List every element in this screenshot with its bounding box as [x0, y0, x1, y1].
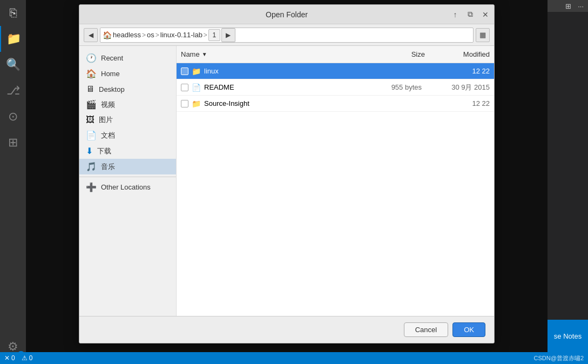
dialog-overlay: Open Folder ↑ ⧉ ✕ ◀ 🏠 headless > os > li…	[26, 0, 548, 352]
sidebar-label-documents: 文档	[101, 131, 115, 140]
dialog-close-button[interactable]: ✕	[479, 8, 492, 21]
file-checkbox-readme[interactable]	[181, 84, 188, 91]
dialog-footer: Cancel OK	[79, 316, 494, 343]
dialog-filelist: Name ▼ Size Modified 📁 linux	[177, 46, 494, 316]
activity-icon-search[interactable]: 🔍	[0, 52, 26, 78]
breadcrumb-sep-1: >	[142, 31, 146, 39]
file-row-readme[interactable]: 📄 README 955 bytes 30 9月 2015	[177, 79, 494, 96]
file-name-linux: linux	[204, 67, 364, 75]
dialog-toolbar: ◀ 🏠 headless > os > linux-0.11-lab > 1 ▶…	[79, 24, 494, 46]
filelist-header: Name ▼ Size Modified	[177, 46, 494, 63]
file-icon-readme: 📄	[192, 83, 201, 92]
sidebar-item-desktop[interactable]: 🖥 Desktop	[79, 82, 176, 97]
sidebar-label-downloads: 下载	[97, 146, 111, 156]
modified-header-label: Modified	[463, 50, 490, 58]
activity-icon-extensions[interactable]: ⊞	[0, 130, 26, 156]
right-panel: ⊞ ··· se Notes	[548, 0, 588, 364]
sidebar-item-other-locations[interactable]: ➕ Other Locations	[79, 179, 176, 195]
error-icon: ✕	[4, 354, 10, 362]
other-locations-icon: ➕	[86, 182, 97, 192]
dialog-sidebar: 🕐 Recent 🏠 Home 🖥 Desktop 🎬 视频 🖼	[79, 46, 177, 316]
sidebar-divider	[79, 177, 176, 177]
breadcrumb-linux-lab[interactable]: linux-0.11-lab	[160, 31, 202, 39]
sidebar-item-videos[interactable]: 🎬 视频	[79, 97, 176, 112]
breadcrumb-os[interactable]: os	[147, 31, 154, 39]
file-checkbox-source-insight[interactable]	[181, 100, 188, 107]
dialog-controls: ↑ ⧉ ✕	[449, 8, 492, 21]
folder-icon-source-insight: 📁	[192, 99, 201, 108]
warning-icon: ⚠	[22, 354, 28, 362]
file-size-readme: 955 bytes	[368, 83, 422, 91]
activity-icon-files[interactable]: ⎘	[0, 0, 26, 26]
desktop-icon: 🖥	[86, 84, 94, 94]
dialog-body: 🕐 Recent 🏠 Home 🖥 Desktop 🎬 视频 🖼	[79, 46, 494, 316]
file-name-readme: README	[204, 83, 364, 91]
dialog-up-button[interactable]: ↑	[449, 8, 462, 21]
size-header-label: Size	[411, 50, 425, 58]
documents-icon: 📄	[86, 130, 97, 140]
status-warnings[interactable]: ⚠ 0	[22, 354, 33, 362]
sidebar-item-music[interactable]: 🎵 音乐	[79, 159, 176, 174]
sidebar-label-desktop: Desktop	[99, 85, 125, 93]
sidebar-label-other-locations: Other Locations	[101, 183, 151, 191]
activity-icon-explorer[interactable]: 📁	[0, 26, 26, 52]
sidebar-label-recent: Recent	[101, 54, 123, 62]
file-name-source-insight: Source-Insight	[204, 99, 364, 107]
activity-bar: ⎘ 📁 🔍 ⎇ ⊙ ⊞ ⚙ 1	[0, 0, 26, 364]
status-bar: ✕ 0 ⚠ 0 CSDN@普渡赤嘯2	[0, 352, 588, 364]
sidebar-item-recent[interactable]: 🕐 Recent	[79, 50, 176, 66]
sidebar-label-videos: 视频	[101, 100, 115, 110]
nav-back-button[interactable]: ◀	[84, 28, 98, 42]
sidebar-item-home[interactable]: 🏠 Home	[79, 66, 176, 82]
music-icon: 🎵	[86, 161, 97, 172]
folder-icon-linux: 📁	[192, 67, 201, 76]
breadcrumb-area: 🏠 headless > os > linux-0.11-lab > 1 ▶	[100, 28, 474, 43]
sidebar-label-home: Home	[101, 70, 120, 78]
open-folder-dialog: Open Folder ↑ ⧉ ✕ ◀ 🏠 headless > os > li…	[79, 4, 495, 343]
dialog-titlebar: Open Folder ↑ ⧉ ✕	[79, 5, 494, 24]
right-panel-columns-icon[interactable]: ⊞	[563, 2, 573, 11]
recent-icon: 🕐	[86, 53, 97, 63]
dialog-view-toggle[interactable]: ▦	[476, 28, 490, 42]
csdn-watermark: CSDN@普渡赤嘯2	[534, 354, 584, 362]
sidebar-label-pictures: 图片	[99, 115, 113, 125]
dialog-title: Open Folder	[266, 10, 308, 19]
file-row-linux[interactable]: 📁 linux 12 22	[177, 63, 494, 79]
file-modified-linux: 12 22	[425, 67, 490, 75]
dialog-maximize-button[interactable]: ⧉	[464, 8, 477, 21]
sidebar-item-pictures[interactable]: 🖼 图片	[79, 112, 176, 127]
ok-button[interactable]: OK	[452, 322, 485, 337]
status-errors[interactable]: ✕ 0	[4, 354, 15, 362]
pictures-icon: 🖼	[86, 115, 94, 125]
col-name-header[interactable]: Name ▼	[181, 50, 371, 58]
breadcrumb-home-icon: 🏠	[103, 31, 112, 39]
warning-count: 0	[29, 354, 33, 362]
cancel-button[interactable]: Cancel	[404, 322, 448, 337]
breadcrumb-dropdown-btn[interactable]: ▶	[221, 28, 235, 42]
col-size-header[interactable]: Size	[371, 50, 425, 58]
right-panel-menu-icon[interactable]: ···	[576, 2, 586, 11]
file-modified-source-insight: 12 22	[425, 99, 490, 107]
name-header-label: Name	[181, 50, 200, 58]
activity-icon-debug[interactable]: ⊙	[0, 104, 26, 130]
sidebar-item-documents[interactable]: 📄 文档	[79, 127, 176, 143]
activity-icon-git[interactable]: ⎇	[0, 78, 26, 104]
home-icon: 🏠	[86, 69, 97, 79]
file-row-source-insight[interactable]: 📁 Source-Insight 12 22	[177, 96, 494, 112]
file-checkbox-linux[interactable]	[181, 68, 188, 75]
videos-icon: 🎬	[86, 99, 97, 110]
file-modified-readme: 30 9月 2015	[425, 83, 490, 92]
error-count: 0	[11, 354, 15, 362]
col-modified-header[interactable]: Modified	[425, 50, 490, 58]
sort-arrow-icon: ▼	[202, 51, 207, 57]
breadcrumb-sep-3: >	[204, 31, 207, 39]
right-panel-toolbar: ⊞ ···	[548, 0, 588, 12]
downloads-icon: ⬇	[86, 146, 93, 156]
sidebar-label-music: 音乐	[101, 162, 115, 172]
bottom-right-note[interactable]: se Notes	[548, 320, 588, 352]
breadcrumb-sep-2: >	[156, 31, 159, 39]
sidebar-item-downloads[interactable]: ⬇ 下载	[79, 143, 176, 159]
breadcrumb-count[interactable]: 1	[208, 29, 220, 41]
breadcrumb-headless[interactable]: headless	[113, 31, 141, 39]
